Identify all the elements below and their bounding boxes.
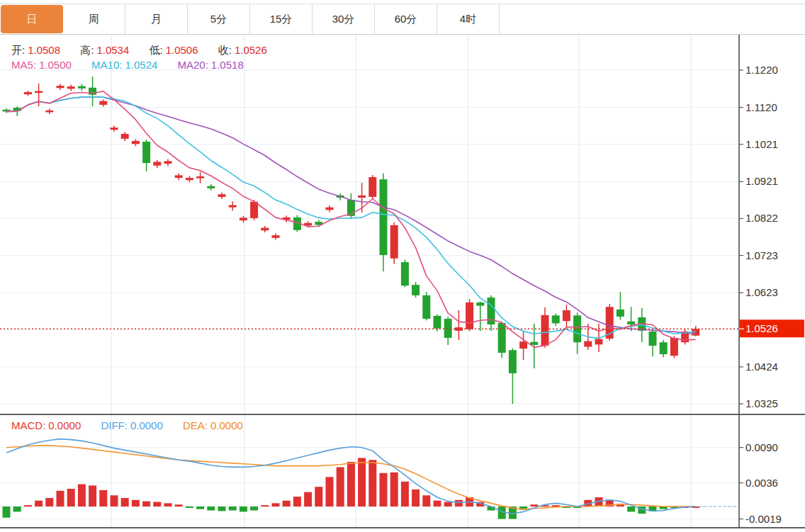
ma-lines-layer <box>6 91 696 348</box>
kline-chart-app: 日周月5分15分30分60分4时 1.12201.11201.10211.092… <box>0 0 805 532</box>
low-label: 低: <box>149 44 162 56</box>
tab-15min[interactable]: 15分 <box>250 4 313 34</box>
tab-60min[interactable]: 60分 <box>375 4 437 34</box>
candlestick-macd-chart[interactable]: 1.12201.11201.10211.09211.08221.07231.06… <box>0 0 805 532</box>
diff-label: DIFF: <box>101 419 128 431</box>
svg-text:1.1220: 1.1220 <box>745 64 778 76</box>
svg-text:1.0424: 1.0424 <box>745 361 778 373</box>
dea-value: 0.0000 <box>210 419 243 431</box>
svg-text:1.0723: 1.0723 <box>745 249 778 261</box>
ma10-label: MA10: <box>91 59 122 71</box>
macd-label: MACD: <box>11 419 45 431</box>
low-value: 1.0506 <box>166 44 198 56</box>
macd-value: 0.0000 <box>48 419 81 431</box>
close-label: 收: <box>218 44 232 56</box>
svg-text:1.0623: 1.0623 <box>745 286 778 298</box>
ma5-label: MA5: <box>11 59 36 71</box>
svg-text:0.0036: 0.0036 <box>745 477 778 489</box>
tabbar-filler <box>500 4 805 34</box>
tab-month[interactable]: 月 <box>125 4 188 34</box>
macd-layer <box>3 439 738 519</box>
tab-5min[interactable]: 5分 <box>188 4 250 34</box>
dea-label: DEA: <box>183 419 208 431</box>
candles-layer <box>3 77 700 404</box>
ma10-value: 1.0524 <box>125 59 157 71</box>
current-price-badge: 1.0526 <box>739 319 804 337</box>
svg-text:-0.0019: -0.0019 <box>745 513 782 525</box>
ma-legend: MA5:1.0500 MA10:1.0524 MA20:1.0518 <box>11 59 247 71</box>
grid-layer <box>0 35 739 528</box>
ma20-label: MA20: <box>178 59 208 71</box>
svg-text:1.0325: 1.0325 <box>745 397 778 409</box>
open-value: 1.0508 <box>28 44 60 56</box>
svg-text:1.0526: 1.0526 <box>745 322 778 334</box>
tab-week[interactable]: 周 <box>63 4 125 34</box>
svg-text:1.1120: 1.1120 <box>745 101 777 113</box>
tab-30min[interactable]: 30分 <box>313 4 375 34</box>
svg-text:1.1021: 1.1021 <box>745 138 778 150</box>
macd-legend: MACD:0.0000 DIFF:0.0000 DEA:0.0000 <box>11 419 246 431</box>
high-label: 高: <box>80 44 94 56</box>
price-axis: 1.12201.11201.10211.09211.08221.07231.06… <box>739 64 782 525</box>
tab-day[interactable]: 日 <box>1 5 63 33</box>
svg-text:1.0822: 1.0822 <box>745 212 778 224</box>
close-value: 1.0526 <box>235 44 267 56</box>
svg-text:0.0090: 0.0090 <box>745 441 778 453</box>
tab-4hour[interactable]: 4时 <box>437 4 500 34</box>
svg-text:1.0921: 1.0921 <box>745 175 778 187</box>
timeframe-tabbar: 日周月5分15分30分60分4时 <box>0 4 805 35</box>
open-label: 开: <box>11 44 25 56</box>
ma5-value: 1.0500 <box>39 59 72 71</box>
ohlc-legend: 开:1.0508 高:1.0534 低:1.0506 收:1.0526 <box>11 44 270 57</box>
diff-value: 0.0000 <box>130 419 163 431</box>
ma20-value: 1.0518 <box>211 59 244 71</box>
high-value: 1.0534 <box>96 44 129 56</box>
